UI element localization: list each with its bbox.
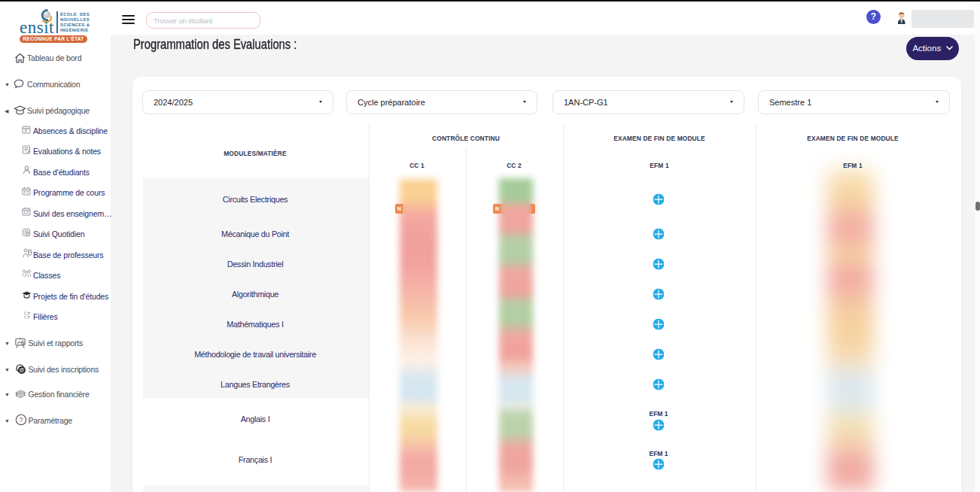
svg-text:?: ? [19, 416, 23, 424]
svg-text:@: @ [20, 367, 25, 372]
